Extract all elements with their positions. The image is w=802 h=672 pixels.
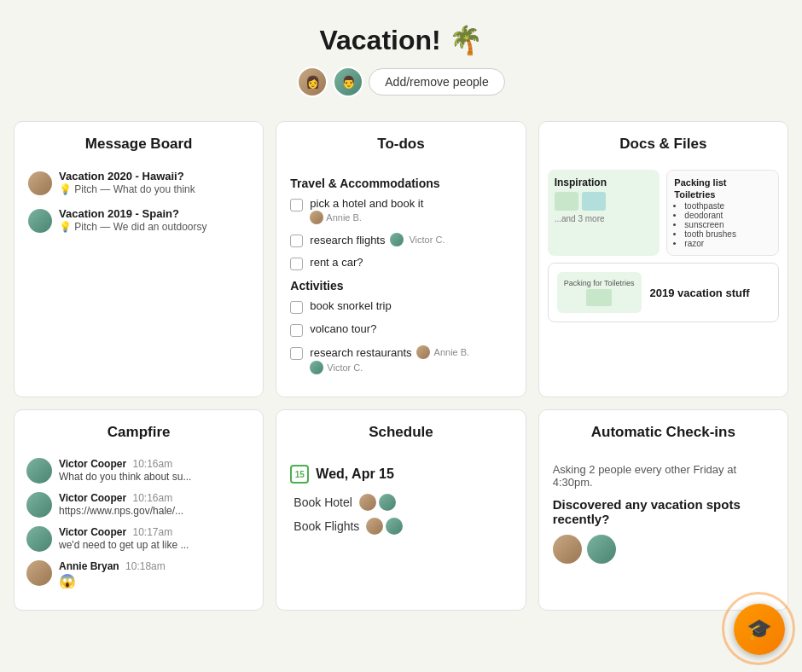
message-body: 💡 Pitch — What do you think: [59, 183, 195, 195]
todo-checkbox[interactable]: [290, 347, 303, 360]
event-avatars: [359, 494, 396, 511]
doc-toiletries-list: toothpaste deodorant sunscreen tooth bru…: [674, 201, 771, 248]
doc-year-text: 2019 vacation stuff: [650, 287, 750, 299]
main-grid: Message Board Vacation 2020 - Hawaii? 💡 …: [0, 121, 802, 624]
mini-avatar: [416, 345, 430, 359]
mini-avatar: [366, 518, 383, 535]
docs-title: Docs & Files: [539, 122, 787, 163]
doc-year-title: 2019 vacation stuff: [650, 287, 750, 299]
schedule-body: 15 Wed, Apr 15 Book Hotel Book Flights: [276, 451, 525, 555]
event-name: Book Flights: [293, 519, 359, 533]
mini-avatar: [310, 211, 323, 224]
add-remove-people-button[interactable]: Add/remove people: [369, 68, 504, 96]
schedule-date-text: Wed, Apr 15: [316, 466, 394, 482]
docs-grid: Inspiration ...and 3 more Packing list T…: [539, 163, 787, 331]
avatar: [26, 526, 52, 552]
todo-text: book snorkel trip: [310, 299, 391, 312]
doc-packing[interactable]: Packing list Toiletries toothpaste deodo…: [666, 170, 779, 256]
message-title: Vacation 2020 - Hawaii?: [59, 170, 195, 182]
list-item: Victor Cooper 10:17am we'd need to get u…: [26, 526, 251, 552]
header-avatars: 👩 👨 Add/remove people: [0, 67, 802, 97]
todos-body: Travel & Accommodations pick a hotel and…: [276, 163, 525, 397]
list-item: Victor Cooper 10:16am What do you think …: [26, 458, 251, 484]
chat-content: Victor Cooper 10:16am https://www.nps.go…: [59, 492, 183, 517]
mini-avatar: [359, 494, 376, 511]
doc-year-section: Packing for Toiletries 2019 vacation stu…: [548, 263, 779, 322]
chat-name: Victor Cooper 10:16am: [59, 458, 191, 470]
todo-text: volcano tour?: [310, 322, 376, 335]
todo-checkbox[interactable]: [290, 258, 303, 270]
mini-avatar: [386, 518, 403, 535]
todo-text: research flights Victor C.: [310, 233, 445, 246]
list-item: rent a car?: [290, 256, 511, 270]
avatar: [26, 458, 52, 484]
message-content: Vacation 2019 - Spain? 💡 Pitch — We did …: [59, 207, 207, 233]
list-item: deodorant: [684, 211, 771, 220]
schedule-event[interactable]: Book Flights: [290, 518, 511, 535]
checkins-card: Automatic Check-ins Asking 2 people ever…: [538, 409, 788, 611]
avatar: [28, 171, 52, 195]
tutoria-badge[interactable]: 🎓: [734, 604, 785, 655]
message-board-body: Vacation 2020 - Hawaii? 💡 Pitch — What d…: [15, 163, 263, 258]
list-item: volcano tour?: [290, 322, 511, 337]
list-item: tooth brushes: [684, 229, 771, 239]
todos-title: To-dos: [276, 122, 525, 163]
chat-content: Victor Cooper 10:17am we'd need to get u…: [59, 526, 189, 551]
message-board-title: Message Board: [15, 122, 263, 163]
schedule-card: Schedule 15 Wed, Apr 15 Book Hotel Book …: [276, 409, 526, 611]
list-item: Annie Bryan 10:18am 😱: [26, 560, 251, 589]
avatar: [587, 535, 616, 564]
todo-checkbox[interactable]: [290, 301, 303, 314]
todo-checkbox[interactable]: [290, 324, 303, 337]
list-item[interactable]: Vacation 2020 - Hawaii? 💡 Pitch — What d…: [28, 170, 249, 195]
avatar: [26, 492, 52, 518]
message-board-card: Message Board Vacation 2020 - Hawaii? 💡 …: [14, 121, 264, 397]
doc-inspiration[interactable]: Inspiration ...and 3 more: [548, 170, 660, 256]
todos-card: To-dos Travel & Accommodations pick a ho…: [276, 121, 526, 397]
todo-text: pick a hotel and book it Annie B.: [310, 197, 423, 224]
doc-packing-title: Packing list: [674, 177, 771, 188]
doc-small-label: Packing for Toiletries: [564, 279, 635, 287]
event-name: Book Hotel: [293, 495, 352, 509]
page-header: Vacation! 🌴 👩 👨 Add/remove people: [0, 0, 802, 121]
mini-avatar: [379, 494, 396, 511]
message-content: Vacation 2020 - Hawaii? 💡 Pitch — What d…: [59, 170, 195, 195]
chat-name: Annie Bryan 10:18am: [59, 560, 166, 572]
avatar: 👨: [333, 67, 363, 97]
chat-content: Victor Cooper 10:16am What do you think …: [59, 458, 191, 483]
page-title: Vacation! 🌴: [0, 24, 802, 56]
schedule-date: 15 Wed, Apr 15: [290, 465, 511, 484]
checkins-title: Automatic Check-ins: [539, 410, 787, 451]
doc-mini-thumb: [586, 289, 612, 306]
tutoria-icon: 🎓: [747, 617, 772, 641]
mini-avatar: [390, 233, 404, 246]
list-item: research flights Victor C.: [290, 233, 511, 247]
todo-checkbox[interactable]: [290, 199, 303, 211]
campfire-body: Victor Cooper 10:16am What do you think …: [15, 451, 263, 610]
doc-inspiration-title: Inspiration: [555, 177, 654, 188]
campfire-title: Campfire: [15, 410, 263, 451]
todo-assignee: Annie B.: [310, 211, 423, 224]
campfire-card: Campfire Victor Cooper 10:16am What do y…: [14, 409, 264, 611]
message-title: Vacation 2019 - Spain?: [59, 207, 207, 220]
chat-text: https://www.nps.gov/hale/...: [59, 505, 183, 517]
chat-text: we'd need to get up at like ...: [59, 539, 189, 551]
event-avatars: [366, 518, 403, 535]
avatar: [28, 209, 52, 233]
checkin-avatars: [553, 535, 774, 564]
checkin-ask-text: Asking 2 people every other Friday at 4:…: [553, 463, 774, 489]
list-item: sunscreen: [684, 220, 771, 229]
schedule-event[interactable]: Book Hotel: [290, 494, 511, 511]
todo-checkbox[interactable]: [290, 235, 303, 247]
calendar-icon: 15: [290, 465, 309, 484]
message-body: 💡 Pitch — We did an outdoorsy: [59, 221, 207, 233]
doc-more-label: ...and 3 more: [555, 214, 654, 223]
doc-year-card[interactable]: Packing for Toiletries 2019 vacation stu…: [548, 263, 779, 322]
schedule-title: Schedule: [276, 410, 525, 451]
chat-content: Annie Bryan 10:18am 😱: [59, 560, 166, 589]
list-item: Victor Cooper 10:16am https://www.nps.go…: [26, 492, 251, 518]
list-item: razor: [684, 239, 771, 248]
avatar: 👩: [297, 67, 328, 97]
list-item[interactable]: Vacation 2019 - Spain? 💡 Pitch — We did …: [28, 207, 249, 233]
chat-name: Victor Cooper 10:17am: [59, 526, 189, 538]
